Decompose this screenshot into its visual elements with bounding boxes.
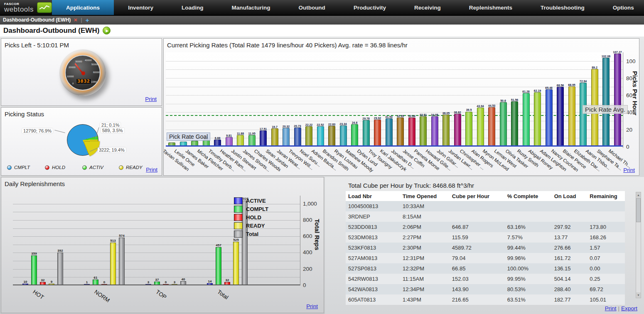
table-cell: 4589.72 [450, 243, 505, 253]
picking-status-legend: CMPLTHOLDACTIVREADY [1, 165, 162, 175]
scroll-up-icon[interactable]: ▲ [636, 192, 641, 198]
picker-bar [580, 83, 587, 145]
table-cell: 99.96% [505, 253, 552, 263]
table-row[interactable]: 523DD08132:06PM646.8763.16%297.92173.80 [346, 222, 625, 232]
tab-dashboard-outbound[interactable]: Dashboard-Outbound (EWH) [3, 17, 71, 23]
nav-item-receiving[interactable]: Receiving [400, 0, 455, 15]
replen-bar-hold [101, 284, 107, 285]
picker-bar-value: 62.19 [529, 89, 546, 92]
replen-bar-active [207, 283, 213, 285]
legend-item-active: ACTIVE [234, 196, 268, 205]
table-cell: 99.44% [505, 243, 552, 253]
picker-bar-value: 102.06 [598, 55, 615, 58]
replen-category-label: HOT [32, 289, 45, 301]
table-cell: 182.77 [552, 294, 587, 305]
picker-bar [340, 125, 347, 145]
table-row[interactable]: 523DM08132:27PM115.597.57%13.77168.26 [346, 232, 625, 243]
daily-replenishments-y-axis-label: Total Reps [314, 219, 321, 250]
picker-bar [305, 126, 312, 145]
column-header[interactable]: Time Opened [400, 191, 450, 201]
pie-callout-cmplt: 12790; 76.9% [22, 128, 53, 133]
picking-rates-print-link[interactable]: Print [623, 167, 635, 173]
tab-close-icon[interactable]: ✕ [74, 17, 77, 23]
nav-item-options[interactable]: Options [599, 0, 644, 15]
gridline [13, 269, 300, 270]
replen-bar-value: 1 [79, 280, 94, 284]
nav-item-troubleshooting[interactable]: Troubleshooting [526, 0, 599, 15]
legend-label: HOLD [52, 165, 65, 170]
legend-dot-ready [119, 165, 123, 170]
picking-rates-panel: Current Picking Rates (Total Rate 1479 l… [163, 38, 639, 176]
nav-item-productivity[interactable]: Productivity [339, 0, 400, 15]
y-axis-tick: 0 [626, 144, 629, 150]
table-print-link[interactable]: Print [605, 305, 617, 312]
table-row[interactable]: 542RW081311:15AM152.0399.95%504.140.25 [346, 274, 625, 284]
picking-status-panel: Picking Status 12790; 76.9% 21; 0.1% 589… [1, 107, 162, 176]
picking-rates-plot: 6.56.889.8111.8811.9517.5119.720.3220.73… [166, 52, 623, 147]
y-axis-tick: 200 [303, 266, 312, 272]
replen-bar-active [22, 284, 28, 285]
picker-bar [557, 87, 564, 145]
picks-left-print-link[interactable]: Print [145, 96, 157, 102]
gridline [13, 253, 300, 253]
table-row[interactable]: 523KF08132:30PM4589.7299.44%276.661.57 [346, 243, 625, 253]
nav-item-replenishments[interactable]: Replenishments [455, 0, 526, 15]
scroll-down-icon[interactable]: ▼ [636, 292, 641, 298]
nav-item-loading[interactable]: Loading [167, 0, 218, 15]
table-cell: 646.87 [450, 222, 505, 232]
table-cell: 115.59 [450, 232, 505, 243]
gauge-tick-label: 20000 [69, 66, 76, 69]
column-header[interactable]: % Complete [505, 191, 552, 201]
picker-bar [386, 118, 393, 145]
gauge-tick-label: 30000 [75, 60, 82, 63]
legend-label: Total [246, 231, 258, 237]
gridline [13, 261, 300, 261]
nav-item-inventory[interactable]: Inventory [114, 0, 167, 15]
daily-replenishments-print-link[interactable]: Print [306, 303, 318, 309]
legend-item-total: Total [234, 230, 268, 238]
gridline [166, 112, 623, 113]
daily-replenishments-panel: Daily Replenishments 1035932939216105135… [1, 177, 324, 313]
column-header[interactable]: Remaining [587, 191, 625, 201]
cube-per-hour-panel: Total Cube per Hour by Truck: 8468.68 ft… [325, 177, 644, 314]
picking-status-print-link[interactable]: Print [146, 167, 157, 173]
add-tab-icon[interactable]: + [86, 17, 89, 24]
table-row[interactable]: 605AT08131:43PM216.6563.51%182.77105.01 [346, 294, 625, 305]
legend-label: ACTIV [89, 165, 103, 170]
table-row[interactable]: 527SP081312:32PM66.85100.00%136.150.00 [346, 263, 625, 274]
column-header[interactable]: Load Nbr [346, 191, 400, 201]
table-cell [587, 211, 625, 222]
table-row[interactable]: 3RDNEP8:15AM [346, 211, 625, 222]
pie-callout-hold: 21; 0.1% [100, 123, 120, 128]
scrollbar-thumb[interactable] [636, 198, 641, 222]
table-cell: 152.03 [450, 274, 505, 284]
nav-item-applications[interactable]: Applications [52, 0, 114, 15]
table-scrollbar[interactable]: ▲ ▼ [636, 192, 641, 298]
table-export-link[interactable]: Export [621, 305, 637, 312]
gridline [13, 245, 300, 245]
table-cell: 542WA0813 [346, 284, 400, 294]
pick-rate-goal-badge: Pick Rate Goal [167, 132, 210, 141]
table-cell: 63.16% [505, 222, 552, 232]
table-cell: 13.77 [552, 232, 587, 243]
play-icon[interactable]: ▶ [103, 27, 111, 34]
picker-bar [294, 128, 301, 145]
table-cell: 161.72 [552, 253, 587, 263]
picker-bar [511, 101, 518, 145]
table-cell: 80.53% [505, 284, 552, 294]
table-row[interactable]: 100450081310:33AM [346, 201, 625, 211]
table-cell: 7.57% [505, 232, 552, 243]
table-cell [505, 201, 552, 211]
gridline [166, 95, 623, 96]
picks-left-title: Picks Left - 5:10:01 PM [5, 42, 69, 49]
picker-bar [374, 120, 381, 145]
table-row[interactable]: 527AM081312:31PM79.0499.96%161.720.07 [346, 253, 625, 263]
column-header[interactable]: On Load [552, 191, 587, 201]
gridline [166, 104, 623, 104]
table-cell: 605AT0813 [346, 294, 400, 305]
column-header[interactable]: Cube per Hour [450, 191, 505, 201]
daily-replenishments-legend: ACTIVECOMPLTHOLDREADYTotal [234, 196, 268, 238]
table-row[interactable]: 542WA081312:34PM143.9080.53%288.4069.72 [346, 284, 625, 294]
nav-item-manufacturing[interactable]: Manufacturing [217, 0, 284, 15]
nav-item-outbound[interactable]: Outbound [284, 0, 339, 15]
